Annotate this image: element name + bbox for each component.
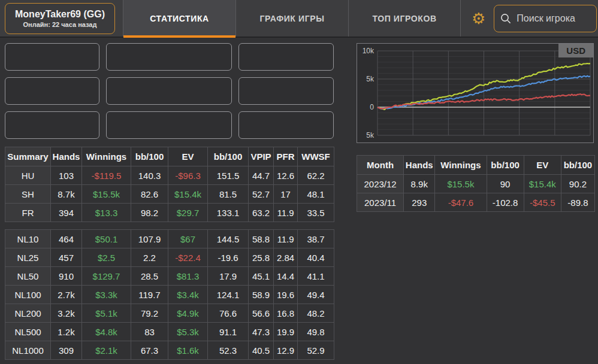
settings-gear-icon[interactable]: ⚙ xyxy=(472,11,485,26)
data-cell: 67.3 xyxy=(131,341,168,360)
table-row: NL1002.7k$3.3k119.7$3.4k124.158.919.649.… xyxy=(5,286,334,304)
tab-game-graph[interactable]: ГРАФИК ИГРЫ xyxy=(235,0,348,37)
column-header: bb/100 xyxy=(561,156,594,175)
stat-card-3bet xyxy=(238,111,334,139)
column-header: EV xyxy=(524,156,561,175)
search-icon xyxy=(500,13,511,24)
data-cell: 2.84 xyxy=(274,248,298,267)
data-cell: 16.8 xyxy=(274,304,298,323)
data-cell: $15.5k xyxy=(435,175,487,193)
tab-statistics[interactable]: СТАТИСТИКА xyxy=(123,0,235,37)
data-cell: 124.1 xyxy=(208,286,249,304)
stakes-summary-table: NL10464$50.1107.9$67144.558.811.938.7NL2… xyxy=(5,229,334,360)
monthly-results-table: MonthHandsWinningsbb/100EVbb/1002023/128… xyxy=(357,155,595,212)
data-cell: $1.6k xyxy=(168,341,208,360)
left-column: SummaryHandsWinningsbb/100EVbb/100VPIPPF… xyxy=(5,43,334,360)
data-cell: -$22.4 xyxy=(168,248,208,267)
column-header: bb/100 xyxy=(208,147,249,166)
data-cell: 48.2 xyxy=(298,304,334,323)
data-cell: 910 xyxy=(51,267,82,286)
stat-card-home xyxy=(5,77,99,105)
data-cell: 8.7k xyxy=(51,185,82,204)
tab-label: ТОП ИГРОКОВ xyxy=(372,14,436,23)
stat-card-vpip xyxy=(238,43,334,71)
stat-card-winrate xyxy=(106,77,232,105)
stat-card-pfr xyxy=(238,77,334,105)
data-cell: 1.2k xyxy=(51,323,82,341)
player-search-box[interactable] xyxy=(494,5,597,32)
row-label-cell: NL200 xyxy=(5,304,51,323)
row-label-cell: SH xyxy=(5,185,51,204)
data-cell: 41.1 xyxy=(298,267,334,286)
data-cell: 17 xyxy=(274,185,298,204)
table-header-row: SummaryHandsWinningsbb/100EVbb/100VPIPPF… xyxy=(5,147,334,166)
row-label-cell: HU xyxy=(5,166,51,185)
column-header: bb/100 xyxy=(487,156,524,175)
row-label-cell: 2023/11 xyxy=(357,193,404,212)
data-cell: $15.4k xyxy=(168,185,208,204)
table-row: 2023/11293-$47.6-102.8-$45.5-89.8 xyxy=(357,193,595,212)
data-cell: 58.8 xyxy=(249,230,274,248)
right-column: 10k5k05k USD MonthHandsWinningsbb/100EVb… xyxy=(357,43,595,360)
data-cell: 25.8 xyxy=(249,248,274,267)
currency-badge[interactable]: USD xyxy=(558,44,593,57)
data-cell: $3.3k xyxy=(82,286,131,304)
row-label-cell: NL10 xyxy=(5,230,51,248)
table-header-row: MonthHandsWinningsbb/100EVbb/100 xyxy=(357,156,595,175)
data-cell: 133.1 xyxy=(208,204,249,222)
data-cell: $67 xyxy=(168,230,208,248)
tab-top-players[interactable]: ТОП ИГРОКОВ xyxy=(348,0,461,37)
data-cell: $5.3k xyxy=(168,323,208,341)
data-cell: 82.6 xyxy=(131,185,168,204)
data-cell: $5.1k xyxy=(82,304,131,323)
column-header: EV xyxy=(168,147,208,166)
data-cell: 19.6 xyxy=(274,286,298,304)
data-cell: 103 xyxy=(51,166,82,185)
svg-text:10k: 10k xyxy=(363,47,374,55)
data-cell: 49.8 xyxy=(298,323,334,341)
data-cell: 81.5 xyxy=(208,185,249,204)
data-cell: 40.5 xyxy=(249,341,274,360)
table-gap xyxy=(5,222,334,229)
search-input[interactable] xyxy=(517,13,590,24)
data-cell: 293 xyxy=(404,193,435,212)
data-cell: 91.1 xyxy=(208,323,249,341)
data-cell: $50.1 xyxy=(82,230,131,248)
month-results-table: MonthHandsWinningsbb/100EVbb/1002023/128… xyxy=(357,155,595,212)
main-tabs: СТАТИСТИКА ГРАФИК ИГРЫ ТОП ИГРОКОВ xyxy=(123,0,461,37)
data-cell: 140.3 xyxy=(131,166,168,185)
svg-text:5k: 5k xyxy=(366,75,374,83)
data-cell: 12.9 xyxy=(274,341,298,360)
data-cell: -89.8 xyxy=(561,193,594,212)
data-cell: $81.3 xyxy=(168,267,208,286)
data-cell: 33.5 xyxy=(298,204,334,222)
winnings-chart-panel: 10k5k05k USD xyxy=(357,43,594,143)
data-cell: 8.9k xyxy=(404,175,435,193)
data-cell: 90 xyxy=(487,175,524,193)
data-cell: 464 xyxy=(51,230,82,248)
data-cell: $15.5k xyxy=(82,185,131,204)
table-row: NL2003.2k$5.1k79.2$4.9k76.656.616.848.2 xyxy=(5,304,334,323)
player-online-status: Онлайн: 22 часа назад xyxy=(23,21,97,28)
data-cell: 19.9 xyxy=(274,323,298,341)
data-cell: 49.4 xyxy=(298,286,334,304)
table-row: NL25457$2.52.2-$22.4-19.625.82.8440.4 xyxy=(5,248,334,267)
data-cell: $4.8k xyxy=(82,323,131,341)
data-cell: 52.3 xyxy=(208,341,249,360)
table-row: 2023/128.9k$15.5k90$15.4k90.2 xyxy=(357,175,595,193)
svg-text:5k: 5k xyxy=(366,131,374,139)
winnings-line-chart: 10k5k05k xyxy=(357,44,593,142)
data-cell: -$119.5 xyxy=(82,166,131,185)
data-cell: -$45.5 xyxy=(524,193,561,212)
row-label-cell: NL1000 xyxy=(5,341,51,360)
data-cell: 11.9 xyxy=(274,230,298,248)
data-cell: 28.5 xyxy=(131,267,168,286)
row-label-cell: NL100 xyxy=(5,286,51,304)
svg-text:0: 0 xyxy=(370,103,374,111)
data-cell: 394 xyxy=(51,204,82,222)
summary-tables: SummaryHandsWinningsbb/100EVbb/100VPIPPF… xyxy=(5,147,334,360)
column-header: Winnings xyxy=(82,147,131,166)
stats-cards xyxy=(5,43,334,139)
data-cell: -19.6 xyxy=(208,248,249,267)
table-row: NL50910$129.728.5$81.317.945.114.441.1 xyxy=(5,267,334,286)
